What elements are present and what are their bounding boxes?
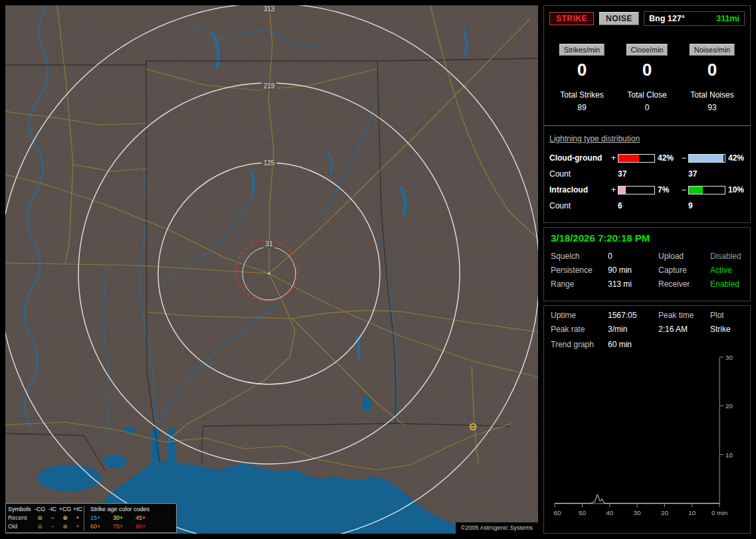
cg-minus-pct: 42% [725,153,745,163]
strikes-per-min: Strikes/min 0 [549,43,614,80]
age-90: 90+ [133,522,159,531]
strike-button[interactable]: STRIKE [549,12,594,25]
range-ring-label-219: 219 [262,82,277,90]
side-panel: STRIKE NOISE Bng 127° 311mi Strikes/min … [543,5,751,534]
peak-time-label: Peak time [658,311,710,320]
total-strikes-value: 89 [549,103,614,112]
legend-col-pos-ic: +IC [72,505,84,514]
pos-cg-recent-icon: ⊕ [58,514,72,522]
ic-minus-pct: 10% [725,185,745,194]
sensor-location-dot [268,272,270,274]
lightning-map[interactable]: 313 219 125 31 Symbols -CG -IC +CG +IC S… [5,5,538,534]
status-grid: Squelch 0 Upload Disabled Persistence 90… [551,252,743,289]
legend-recent-row: Recent ⊖ − ⊕ + 15+ 30+ 45+ [8,514,174,522]
minus-sign: − [680,153,688,163]
age-45: 45+ [133,514,159,522]
persistence-label: Persistence [551,266,608,275]
trend-axes [555,357,723,507]
noises-per-min-label: Noises/min [690,44,735,56]
trend-tick-labels: 30 20 10 60 50 40 30 20 10 0 min [554,354,733,516]
plot-value: Strike [710,325,743,334]
bearing-readout: Bng 127° 311mi [644,11,745,26]
uptime-label: Uptime [551,311,608,320]
cg-count-label: Count [549,169,609,179]
pos-ic-recent-icon: + [72,514,84,522]
bearing-value: Bng 127° [649,14,685,23]
cg-plus-pct: 42% [655,153,680,163]
strikes-per-min-value: 0 [549,60,614,80]
cloud-ground-count-row: Count 37 37 [549,166,745,182]
trend-line [555,495,719,503]
legend-recent-label: Recent [8,514,33,522]
peak-rate-label: Peak rate [551,325,608,334]
legend-symbols-title: Symbols [8,505,33,514]
strike-legend: Symbols -CG -IC +CG +IC Strike age color… [5,503,177,533]
range-ring-label-313: 313 [262,5,277,13]
totals: Total Strikes 89 Total Close 0 Total Noi… [549,90,745,112]
ic-plus-pct: 7% [655,185,680,194]
noises-per-min: Noises/min 0 [680,43,745,80]
plot-label: Plot [710,311,743,320]
noise-button[interactable]: NOISE [599,12,639,25]
ic-plus-bar [618,186,655,194]
trend-graph-label: Trend graph [551,340,608,349]
ic-minus-bar [688,186,725,194]
age-60: 60+ [88,522,110,531]
squelch-value: 0 [608,252,658,261]
datetime-display: 3/18/2026 7:20:18 PM [551,232,743,244]
svg-text:10: 10 [688,509,696,516]
neg-ic-old-icon: − [47,522,58,531]
svg-text:30: 30 [634,509,642,516]
svg-text:0 min: 0 min [711,509,727,516]
total-close-label: Total Close [614,90,680,100]
range-value: 313 mi [608,279,658,289]
trend-settings-row: Trend graph 60 min [551,340,743,349]
trend-section: Uptime 1567:05 Peak time Plot Peak rate … [543,305,751,534]
minus-sign: − [680,185,688,194]
stats-section: STRIKE NOISE Bng 127° 311mi Strikes/min … [543,5,751,223]
trend-graph-value: 60 min [608,340,658,349]
bearing-distance: 311mi [716,14,739,23]
cg-minus-count: 37 [688,169,725,179]
noises-per-min-value: 0 [680,60,745,80]
cloud-ground-label: Cloud-ground [549,153,609,163]
total-close-value: 0 [614,103,680,112]
cg-plus-count: 37 [618,169,655,179]
ic-minus-count: 9 [688,201,725,210]
legend-col-neg-cg: -CG [33,505,47,514]
distribution-title: Lightning type distribution [549,134,745,143]
svg-text:60: 60 [554,509,562,516]
uptime-value: 1567:05 [608,311,658,320]
legend-age-title: Strike age color codes [88,505,159,514]
capture-label: Capture [658,266,710,275]
copyright-notice: ©2005 Astrogenic Systems [456,522,538,534]
range-label: Range [551,279,608,289]
intracloud-row: Intracloud + 7% − 10% [549,182,745,198]
trend-graph: 30 20 10 60 50 40 30 20 10 0 min [551,352,746,520]
age-30: 30+ [110,514,133,522]
cg-plus-bar [618,154,655,163]
svg-text:40: 40 [606,509,614,516]
range-ring-label-125: 125 [262,159,277,167]
intracloud-label: Intracloud [549,185,609,194]
total-strikes-label: Total Strikes [549,90,614,100]
age-15: 15+ [88,514,110,522]
rate-counters: Strikes/min 0 Close/min 0 Noises/min 0 [549,43,745,80]
cg-minus-bar [688,154,725,163]
plus-sign: + [609,185,618,194]
panel-header: STRIKE NOISE Bng 127° 311mi [549,11,745,26]
neg-ic-recent-icon: − [47,514,58,522]
close-per-min: Close/min 0 [614,43,680,80]
age-75: 75+ [110,522,133,531]
neg-cg-old-icon: ⊖ [33,522,47,531]
close-per-min-label: Close/min [626,44,668,56]
peak-time-value: 2:16 AM [658,325,710,334]
range-ring-label-31: 31 [263,240,274,248]
svg-text:50: 50 [579,509,587,516]
legend-old-row: Old ⊖ − ⊕ + 60+ 75+ 90+ [8,522,174,531]
upload-value: Disabled [710,252,743,261]
receiver-value: Enabled [710,279,743,289]
svg-text:20: 20 [661,509,669,516]
total-noises-label: Total Noises [680,90,745,100]
section-divider [544,125,750,126]
